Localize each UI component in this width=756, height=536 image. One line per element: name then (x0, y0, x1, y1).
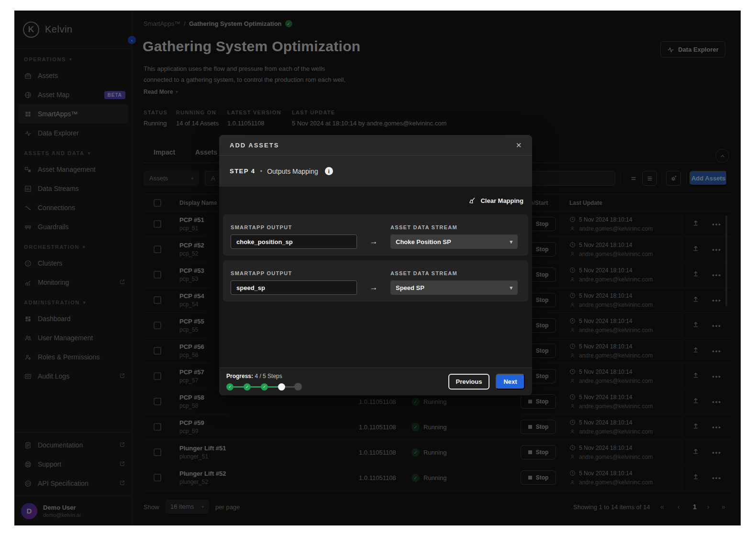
app-window: K Kelvin OPERATIONS▾ Assets Asset Map BE… (14, 11, 741, 525)
step-done-icon: ✓ (226, 383, 233, 391)
smartapp-output-input[interactable] (231, 234, 357, 249)
chevron-down-icon: ▾ (510, 285, 512, 291)
close-icon[interactable]: × (516, 140, 522, 150)
arrow-right-icon: → (357, 283, 390, 295)
broom-icon (468, 197, 476, 204)
progress-stepper: ✓ ✓ ✓ (226, 383, 448, 391)
asset-data-stream-label: ASSET DATA STREAM (390, 270, 518, 276)
previous-button[interactable]: Previous (448, 374, 489, 390)
mapping-row: SMARTAPP OUTPUT → ASSET DATA STREAM Spee… (223, 260, 528, 302)
step-current-icon (278, 383, 285, 391)
info-icon[interactable]: i (325, 167, 333, 175)
progress-text: Progress: 4 / 5 Steps (226, 373, 448, 380)
modal-header: ADD ASSETS × (219, 135, 532, 156)
modal-body: Clear Mapping SMARTAPP OUTPUT → ASSET DA… (219, 187, 532, 368)
chevron-down-icon: ▾ (510, 239, 512, 245)
step-todo-icon (294, 383, 302, 391)
add-assets-modal: ADD ASSETS × STEP 4 • Outputs Mapping i … (219, 135, 532, 395)
asset-data-stream-label: ASSET DATA STREAM (390, 224, 518, 230)
mapping-row: SMARTAPP OUTPUT → ASSET DATA STREAM Chok… (223, 214, 528, 256)
modal-step-bar: STEP 4 • Outputs Mapping i (219, 156, 532, 187)
smartapp-output-input[interactable] (231, 280, 357, 295)
step-done-icon: ✓ (261, 383, 268, 391)
step-separator: • (260, 168, 263, 175)
smartapp-output-label: SMARTAPP OUTPUT (231, 270, 357, 276)
arrow-right-icon: → (357, 237, 390, 249)
next-button[interactable]: Next (496, 374, 525, 390)
step-done-icon: ✓ (244, 383, 251, 391)
modal-footer: Progress: 4 / 5 Steps ✓ ✓ ✓ Previous Nex… (219, 368, 532, 395)
step-name: Outputs Mapping (267, 168, 318, 175)
asset-data-stream-select[interactable]: Speed SP ▾ (390, 280, 518, 295)
modal-title: ADD ASSETS (230, 142, 516, 149)
asset-data-stream-select[interactable]: Choke Position SP ▾ (390, 234, 518, 249)
step-label: STEP 4 (230, 168, 256, 175)
clear-mapping-button[interactable]: Clear Mapping (468, 197, 523, 204)
smartapp-output-label: SMARTAPP OUTPUT (231, 224, 357, 230)
